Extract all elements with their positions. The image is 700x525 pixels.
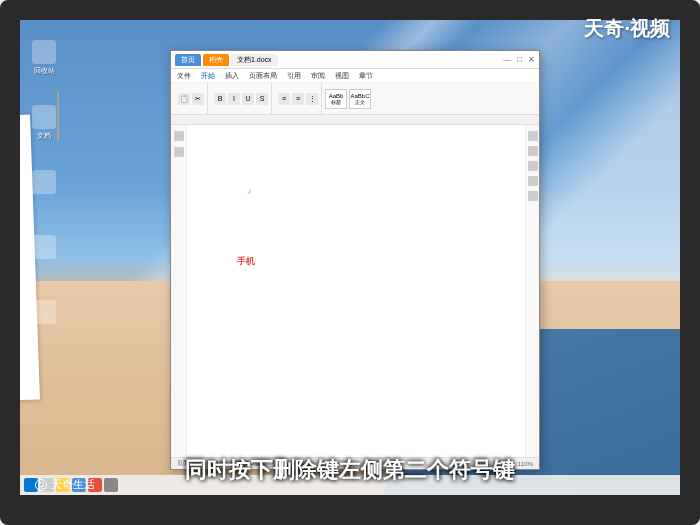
desktop-wallpaper: 回收站 文档 首页 稻壳 文档1.docx — □ ✕ 文件 开始 插入 页面布…: [20, 20, 680, 495]
strike-button[interactable]: S: [256, 93, 268, 105]
bold-button[interactable]: B: [214, 93, 226, 105]
desktop-icons-column: 回收站 文档: [28, 40, 60, 340]
document-area: 』 手机: [171, 125, 539, 457]
tab-document[interactable]: 文档1.docx: [231, 54, 278, 66]
sidebar-tool-icon-3[interactable]: [528, 161, 538, 171]
align-center-button[interactable]: ≡: [292, 93, 304, 105]
underline-button[interactable]: U: [242, 93, 254, 105]
align-left-button[interactable]: ≡: [278, 93, 290, 105]
desktop-icon-app1[interactable]: [28, 235, 60, 275]
style-heading[interactable]: AaBb标题: [325, 89, 347, 109]
document-page[interactable]: 』 手机: [187, 125, 525, 457]
italic-button[interactable]: I: [228, 93, 240, 105]
watermark-brand-top: 天奇·视频: [584, 15, 670, 42]
menu-insert[interactable]: 插入: [225, 71, 239, 81]
sidebar-outline-icon[interactable]: [174, 147, 184, 157]
style-body[interactable]: AaBbC正文: [349, 89, 371, 109]
video-subtitle: 同时按下删除键左侧第二个符号键: [185, 455, 515, 485]
desktop-icon-recycle[interactable]: 回收站: [28, 40, 60, 80]
right-sidebar: [525, 125, 539, 457]
sidebar-tool-icon-4[interactable]: [528, 176, 538, 186]
taskbar-app[interactable]: [104, 478, 118, 492]
sidebar-tool-icon-5[interactable]: [528, 191, 538, 201]
desktop-icon-app2[interactable]: [28, 300, 60, 340]
wps-titlebar[interactable]: 首页 稻壳 文档1.docx — □ ✕: [171, 51, 539, 69]
ruler[interactable]: [171, 115, 539, 125]
menu-start[interactable]: 开始: [201, 71, 215, 81]
text-cursor-mark: 』: [247, 185, 255, 196]
list-button[interactable]: ⋮: [306, 93, 318, 105]
maximize-button[interactable]: □: [517, 55, 522, 64]
watermark-brand-bottom: Q 天奇生活: [35, 477, 95, 492]
tab-docer[interactable]: 稻壳: [203, 54, 229, 66]
zoom-level[interactable]: 110%: [518, 461, 533, 467]
sidebar-nav-icon[interactable]: [174, 131, 184, 141]
wps-menubar: 文件 开始 插入 页面布局 引用 审阅 视图 章节: [171, 69, 539, 83]
desktop-icon-doc[interactable]: 文档: [28, 105, 60, 145]
document-text-red: 手机: [237, 255, 255, 268]
cut-button[interactable]: ✂: [192, 93, 204, 105]
menu-layout[interactable]: 页面布局: [249, 71, 277, 81]
sidebar-tool-icon-2[interactable]: [528, 146, 538, 156]
menu-view[interactable]: 视图: [335, 71, 349, 81]
minimize-button[interactable]: —: [503, 55, 511, 64]
sidebar-tool-icon-1[interactable]: [528, 131, 538, 141]
paste-button[interactable]: 📋: [178, 93, 190, 105]
menu-section[interactable]: 章节: [359, 71, 373, 81]
desktop-icon-folder[interactable]: [28, 170, 60, 210]
watermark-logo-icon: Q: [35, 479, 47, 491]
menu-reference[interactable]: 引用: [287, 71, 301, 81]
tab-home[interactable]: 首页: [175, 54, 201, 66]
wps-application-window: 首页 稻壳 文档1.docx — □ ✕ 文件 开始 插入 页面布局 引用 审阅…: [170, 50, 540, 470]
menu-file[interactable]: 文件: [177, 71, 191, 81]
left-sidebar: [171, 125, 187, 457]
wps-ribbon: 📋 ✂ B I U S ≡ ≡ ⋮ AaBb标题 AaBbC正文: [171, 83, 539, 115]
menu-review[interactable]: 审阅: [311, 71, 325, 81]
close-button[interactable]: ✕: [528, 55, 535, 64]
